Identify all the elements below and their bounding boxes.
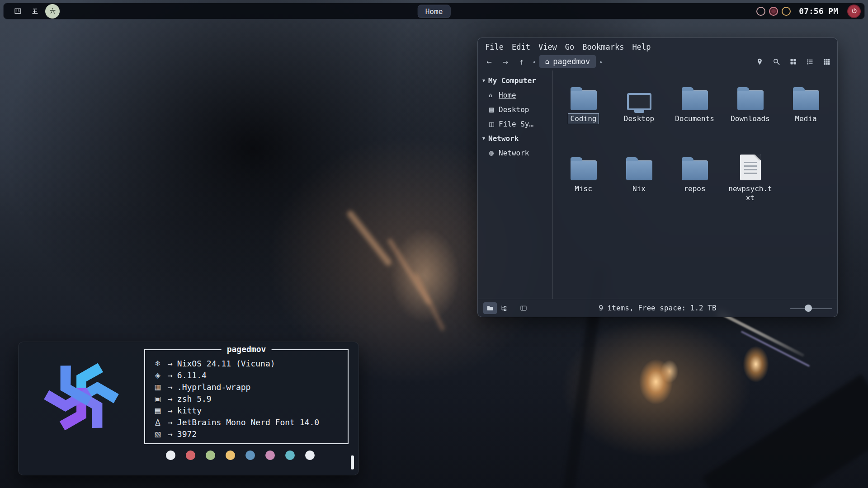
workspace-button-6-active[interactable] (45, 4, 60, 19)
sidebar-section-network[interactable]: ▾ Network (478, 131, 552, 145)
file-label: Media (792, 113, 819, 124)
sidebar-item-label: Network (499, 149, 529, 157)
sidebar-item-network[interactable]: ◍ Network (478, 145, 552, 160)
packages-icon: ▧ (152, 430, 163, 438)
workspace-button-5[interactable] (28, 5, 42, 18)
sidebar-item-home[interactable]: ⌂ Home (478, 88, 552, 102)
nixos-icon: ❄ (152, 359, 163, 368)
path-label: pagedmov (553, 57, 590, 66)
fetch-info-box: pagedmov ❄ → NixOS 24.11 (Vicuna) ◈ → 6.… (144, 349, 349, 444)
file-item-newpsych-txt[interactable]: newpsych.txt (722, 150, 778, 220)
file-item-media[interactable]: Media (778, 80, 834, 150)
compact-view-button[interactable] (821, 56, 832, 67)
filesystem-icon: ◫ (489, 121, 495, 127)
sidebar-item-filesystem[interactable]: ◫ File Sy… (478, 117, 552, 131)
fetch-value: NixOS 24.11 (Vicuna) (177, 359, 275, 368)
file-manager-window: File Edit View Go Bookmarks Help ← → ↑ ◂… (477, 38, 838, 317)
forward-button[interactable]: → (499, 55, 512, 68)
wallpaper-light-streak (717, 310, 805, 357)
sidebar-item-label: File Sy… (499, 120, 533, 128)
network-icon: ◍ (489, 150, 495, 156)
fm-body: ▾ My Computer ⌂ Home ▤ Desktop ◫ File Sy… (478, 70, 837, 299)
file-item-nix[interactable]: Nix (611, 150, 667, 220)
terminal-icon: ▤ (152, 406, 163, 415)
back-button[interactable]: ← (482, 55, 496, 68)
icon-view-button[interactable] (788, 56, 798, 67)
text-file-icon (740, 155, 761, 180)
path-button[interactable]: ⌂ pagedmov (539, 55, 596, 68)
folder-icon (682, 90, 708, 110)
location-pin-icon (756, 58, 764, 66)
up-button[interactable]: ↑ (515, 55, 528, 68)
system-tray: 07:56 PM (756, 5, 861, 18)
system-info-panel: pagedmov ❄ → NixOS 24.11 (Vicuna) ◈ → 6.… (18, 342, 359, 475)
fetch-value: 6.11.4 (177, 371, 207, 380)
tray-indicator-icon[interactable] (756, 7, 765, 16)
menu-go[interactable]: Go (565, 42, 574, 52)
list-view-button[interactable] (804, 56, 815, 67)
tray-record-icon[interactable] (769, 7, 778, 16)
wm-icon: ▦ (152, 383, 163, 391)
sidebar-section-label: My Computer (488, 76, 536, 85)
file-item-misc[interactable]: Misc (556, 150, 611, 220)
fetch-row-wm: ▦ → .Hyprland-wrapp (152, 381, 341, 393)
menu-help[interactable]: Help (632, 42, 651, 52)
home-icon: ⌂ (489, 92, 495, 99)
sidebar-section-my-computer[interactable]: ▾ My Computer (478, 73, 552, 88)
active-window-title[interactable]: Home (418, 5, 451, 18)
fm-statusbar: 9 items, Free space: 1.2 TB (478, 299, 837, 317)
fetch-value: .Hyprland-wrapp (177, 382, 251, 392)
arrow-icon: → (168, 418, 173, 427)
wallpaper-light-streak (741, 331, 810, 367)
fetch-row-packages: ▧ → 3972 (152, 428, 341, 440)
search-button[interactable] (771, 56, 782, 67)
tree-view-toggle-button[interactable] (497, 302, 510, 314)
palette-swatch (206, 450, 215, 460)
font-icon: A (152, 418, 163, 427)
folder-view-toggle-button[interactable] (483, 302, 497, 314)
power-button[interactable] (847, 5, 861, 18)
file-item-repos[interactable]: repos (667, 150, 722, 220)
expander-icon[interactable]: ▾ (482, 135, 485, 141)
palette-swatch (245, 450, 255, 460)
terminal-color-palette (166, 450, 315, 460)
palette-swatch (186, 450, 195, 460)
location-pin-button[interactable] (754, 56, 765, 67)
file-label: newpsych.txt (725, 183, 776, 203)
folder-view-icon (486, 305, 494, 312)
compact-view-icon (823, 58, 830, 66)
file-item-documents[interactable]: Documents (667, 80, 722, 150)
arrow-icon: → (168, 429, 173, 439)
nixos-logo (40, 356, 123, 438)
zoom-slider-handle[interactable] (805, 305, 812, 312)
menu-view[interactable]: View (538, 42, 557, 52)
menu-file[interactable]: File (485, 42, 504, 52)
workspace-button-4[interactable] (11, 5, 24, 18)
desktop-folder-icon (627, 93, 651, 110)
side-pane-toggle-button[interactable] (517, 302, 530, 314)
menu-edit[interactable]: Edit (512, 42, 530, 52)
top-bar: Home 07:56 PM (3, 3, 865, 19)
file-item-downloads[interactable]: Downloads (722, 80, 778, 150)
tray-indicator-icon[interactable] (782, 7, 791, 16)
workspace-glyph-six-icon (49, 7, 57, 15)
palette-swatch (285, 450, 295, 460)
list-view-icon (806, 58, 814, 66)
fm-toolbar: ← → ↑ ◂ ⌂ pagedmov ▸ (478, 53, 837, 70)
file-item-desktop[interactable]: Desktop (611, 80, 667, 150)
kernel-icon: ◈ (152, 371, 163, 380)
file-label: Downloads (728, 113, 773, 124)
home-icon: ⌂ (545, 57, 550, 66)
folder-icon (793, 90, 819, 110)
folder-icon (626, 160, 652, 180)
expander-icon[interactable]: ▾ (482, 77, 485, 84)
breadcrumb-scroll-left-icon[interactable]: ◂ (531, 58, 537, 65)
zoom-slider[interactable] (790, 305, 832, 312)
file-item-coding[interactable]: Coding (556, 80, 611, 150)
fetch-row-font: A → JetBrains Mono Nerd Font 14.0 (152, 416, 341, 428)
breadcrumb-scroll-right-icon[interactable]: ▸ (599, 58, 604, 65)
menu-bookmarks[interactable]: Bookmarks (582, 42, 624, 52)
workspace-glyph-five-icon (31, 7, 39, 15)
power-icon (851, 8, 858, 14)
sidebar-item-desktop[interactable]: ▤ Desktop (478, 102, 552, 117)
